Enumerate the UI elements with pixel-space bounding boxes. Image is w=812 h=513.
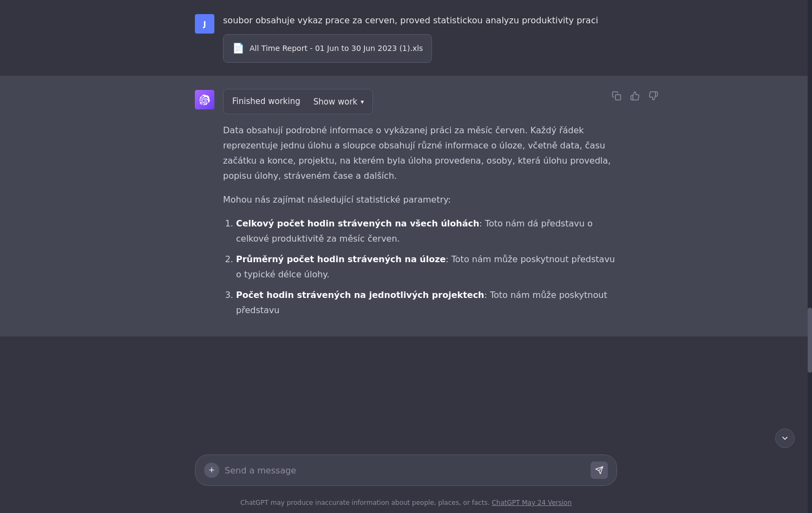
assistant-list: Celkový počet hodin strávených na všech … — [223, 216, 617, 318]
file-name: All Time Report - 01 Jun to 30 Jun 2023 … — [250, 42, 423, 55]
input-area: + — [0, 446, 812, 495]
attach-button[interactable]: + — [204, 463, 219, 478]
thumbs-up-button[interactable] — [628, 89, 642, 103]
assistant-avatar — [195, 90, 214, 109]
user-message-content: soubor obsahuje vykaz prace za cerven, p… — [223, 13, 617, 63]
assistant-paragraph-2: Mohou nás zajímat následující statistick… — [223, 192, 617, 207]
list-item-3: Počet hodin strávených na jednotlivých p… — [236, 288, 617, 318]
user-message-text: soubor obsahuje vykaz prace za cerven, p… — [223, 13, 617, 28]
list-item-2: Průměrný počet hodin strávených na úloze… — [236, 252, 617, 282]
list-item-3-bold: Počet hodin strávených na jednotlivých p… — [236, 290, 484, 300]
footer-link[interactable]: ChatGPT May 24 Version — [492, 499, 572, 506]
user-avatar: J — [195, 14, 214, 34]
thumbs-down-button[interactable] — [646, 89, 660, 103]
assistant-message-content: Finished working Show work ▾ Data obsahu… — [223, 89, 617, 324]
show-work-button[interactable]: Show work ▾ — [313, 97, 364, 107]
file-attachment: 📄 All Time Report - 01 Jun to 30 Jun 202… — [223, 34, 432, 63]
list-item-1: Celkový počet hodin strávených na všech … — [236, 216, 617, 246]
show-work-label: Show work — [313, 97, 358, 107]
copy-button[interactable] — [610, 89, 624, 103]
svg-rect-0 — [615, 95, 621, 100]
file-icon: 📄 — [232, 40, 244, 57]
chevron-down-icon: ▾ — [361, 98, 364, 106]
assistant-text: Data obsahují podrobné informace o vykáz… — [223, 123, 617, 318]
list-item-1-bold: Celkový počet hodin strávených na všech … — [236, 218, 479, 229]
input-inner: + — [195, 454, 617, 486]
finished-working-bar[interactable]: Finished working Show work ▾ — [223, 89, 373, 115]
footer-text: ChatGPT may produce inaccurate informati… — [240, 499, 490, 506]
message-actions — [610, 89, 660, 103]
footer: ChatGPT may produce inaccurate informati… — [0, 495, 812, 513]
scrollbar-track[interactable] — [808, 0, 812, 513]
assistant-message-row: Finished working Show work ▾ Data obsahu… — [0, 76, 812, 337]
message-input[interactable] — [225, 465, 585, 476]
scrollbar-thumb[interactable] — [808, 308, 812, 373]
send-button[interactable] — [591, 462, 608, 479]
finished-working-text: Finished working — [232, 95, 300, 109]
chat-container[interactable]: J soubor obsahuje vykaz prace za cerven,… — [0, 0, 812, 446]
list-item-2-bold: Průměrný počet hodin strávených na úloze — [236, 254, 446, 264]
user-message-row: J soubor obsahuje vykaz prace za cerven,… — [0, 0, 812, 76]
assistant-paragraph-1: Data obsahují podrobné informace o vykáz… — [223, 123, 617, 184]
scroll-down-button[interactable] — [775, 428, 795, 448]
